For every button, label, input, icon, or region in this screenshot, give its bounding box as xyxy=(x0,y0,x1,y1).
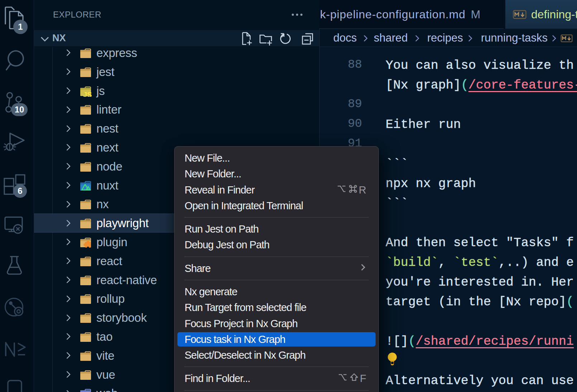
svg-text:JS: JS xyxy=(83,90,92,97)
